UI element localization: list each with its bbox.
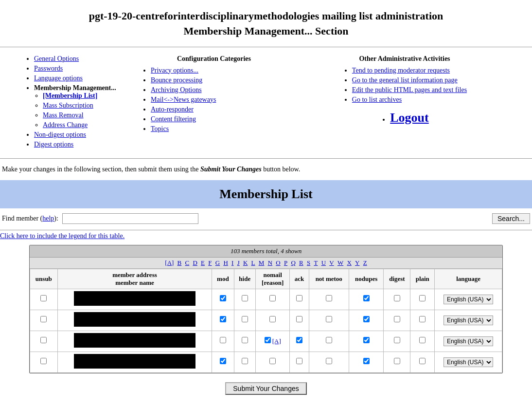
- nav-mail-news-gateways[interactable]: Mail<->News gateways: [151, 96, 216, 103]
- plain-checkbox-3[interactable]: [419, 337, 426, 343]
- alpha-T[interactable]: T: [314, 259, 318, 266]
- nomail-checkbox-3[interactable]: [265, 337, 271, 343]
- alpha-Y[interactable]: Y: [355, 259, 359, 266]
- digest-checkbox-2[interactable]: [394, 316, 400, 322]
- alpha-O[interactable]: O: [276, 259, 280, 266]
- nomail-checkbox-4[interactable]: [269, 358, 276, 364]
- lang-select-2[interactable]: English (USA): [443, 315, 493, 325]
- nav-passwords[interactable]: Passwords: [34, 65, 63, 72]
- alpha-V[interactable]: V: [329, 259, 334, 266]
- alpha-D[interactable]: D: [193, 259, 197, 266]
- lang-select-1[interactable]: English (USA): [443, 295, 493, 304]
- ack-checkbox-4[interactable]: [296, 358, 302, 364]
- logout-link[interactable]: Logout: [390, 111, 428, 125]
- alpha-B[interactable]: B: [177, 259, 182, 266]
- hide-checkbox-4[interactable]: [242, 358, 248, 364]
- alpha-Z[interactable]: Z: [363, 259, 367, 266]
- col-not-metoo: not metoo: [309, 269, 349, 289]
- nav-pending-moderator[interactable]: Tend to pending moderator requests: [352, 67, 450, 74]
- alpha-C[interactable]: C: [185, 259, 190, 266]
- submit-button[interactable]: Submit Your Changes: [225, 382, 306, 395]
- ack-checkbox-2[interactable]: [296, 316, 302, 322]
- digest-checkbox-1[interactable]: [394, 295, 400, 301]
- alpha-M[interactable]: M: [259, 259, 265, 266]
- nodupes-checkbox-3[interactable]: [363, 337, 370, 343]
- mod-checkbox-1[interactable]: [220, 295, 226, 301]
- nav-language-options[interactable]: Language options: [34, 74, 83, 82]
- alpha-J[interactable]: J: [237, 259, 240, 266]
- col-digest: digest: [384, 269, 410, 289]
- alpha-E[interactable]: E: [201, 259, 205, 266]
- notmetoo-checkbox-2[interactable]: [326, 316, 332, 322]
- notmetoo-checkbox-1[interactable]: [326, 295, 332, 301]
- nodupes-checkbox-2[interactable]: [363, 316, 370, 322]
- unsub-checkbox-3[interactable]: [40, 337, 47, 343]
- col-unsub: unsub: [30, 269, 58, 289]
- nav-content-filtering[interactable]: Content filtering: [151, 115, 196, 123]
- plain-checkbox-1[interactable]: [419, 295, 426, 301]
- mod-checkbox-2[interactable]: [220, 316, 226, 322]
- find-member-help-link[interactable]: help: [42, 215, 54, 222]
- find-member-input[interactable]: [62, 213, 198, 224]
- ack-checkbox-3[interactable]: [296, 337, 302, 343]
- nomail-checkbox-1[interactable]: [269, 295, 276, 301]
- mod-checkbox-3[interactable]: [220, 337, 226, 343]
- alpha-G[interactable]: G: [215, 259, 220, 266]
- nav-mass-subscription[interactable]: Mass Subscription: [43, 102, 93, 109]
- unsub-checkbox-1[interactable]: [40, 295, 47, 301]
- nav-topics[interactable]: Topics: [151, 125, 169, 132]
- alpha-K[interactable]: K: [243, 259, 248, 266]
- digest-checkbox-4[interactable]: [394, 358, 400, 364]
- search-button[interactable]: Search...: [492, 213, 530, 224]
- alpha-S[interactable]: S: [307, 259, 310, 266]
- unsub-checkbox-2[interactable]: [40, 316, 47, 322]
- nav-archiving-options[interactable]: Archiving Options: [151, 86, 202, 93]
- nav-non-digest[interactable]: Non-digest options: [34, 131, 86, 138]
- legend-link[interactable]: Click here to include the legend for thi…: [0, 231, 532, 241]
- lang-select-4[interactable]: English (USA): [443, 357, 493, 367]
- ack-checkbox-1[interactable]: [296, 295, 302, 301]
- member-table: unsub member addressmember name mod hide…: [30, 269, 502, 373]
- digest-checkbox-3[interactable]: [394, 337, 400, 343]
- alpha-N[interactable]: N: [268, 259, 272, 266]
- alpha-H[interactable]: H: [223, 259, 228, 266]
- plain-checkbox-2[interactable]: [419, 316, 426, 322]
- alpha-F[interactable]: F: [208, 259, 212, 266]
- nav-bounce-processing[interactable]: Bounce processing: [151, 76, 202, 84]
- nav-general-options[interactable]: General Options: [34, 55, 79, 62]
- nav-digest[interactable]: Digest options: [34, 141, 73, 148]
- nodupes-checkbox-4[interactable]: [363, 358, 370, 364]
- alpha-W[interactable]: W: [337, 259, 343, 266]
- hide-checkbox-2[interactable]: [242, 316, 248, 322]
- nav-mass-removal[interactable]: Mass Removal: [43, 111, 84, 119]
- alpha-R[interactable]: R: [299, 259, 303, 266]
- hide-checkbox-1[interactable]: [242, 295, 248, 301]
- nav-auto-responder[interactable]: Auto-responder: [151, 106, 194, 113]
- notmetoo-checkbox-3[interactable]: [326, 337, 332, 343]
- nomail-anchor-3[interactable]: [A]: [272, 337, 281, 345]
- alpha-A[interactable]: [A]: [165, 259, 174, 266]
- hide-checkbox-3[interactable]: [242, 337, 248, 343]
- nav-edit-html-pages[interactable]: Edit the public HTML pages and text file…: [352, 86, 467, 93]
- nav-membership-list[interactable]: [Membership List]: [43, 92, 97, 99]
- alpha-P[interactable]: P: [284, 259, 287, 266]
- nav-address-change[interactable]: Address Change: [43, 121, 88, 129]
- mod-checkbox-4[interactable]: [220, 358, 226, 364]
- col-hide: hide: [234, 269, 255, 289]
- unsub-checkbox-4[interactable]: [40, 358, 47, 364]
- nav-privacy-options[interactable]: Privacy options...: [151, 67, 198, 74]
- nodupes-checkbox-1[interactable]: [363, 295, 370, 301]
- nav-list-archives[interactable]: Go to list archives: [352, 96, 402, 103]
- plain-checkbox-4[interactable]: [419, 358, 426, 364]
- lang-select-3[interactable]: English (USA): [443, 336, 493, 346]
- alpha-L[interactable]: L: [251, 259, 255, 266]
- nomail-checkbox-2[interactable]: [269, 316, 276, 322]
- table-row: English (USA): [30, 289, 502, 310]
- notmetoo-checkbox-4[interactable]: [326, 358, 332, 364]
- nav-general-list-info[interactable]: Go to the general list information page: [352, 76, 458, 84]
- alpha-Q[interactable]: Q: [291, 259, 295, 266]
- alpha-U[interactable]: U: [321, 259, 326, 266]
- alpha-X[interactable]: X: [347, 259, 351, 266]
- membership-list-header: Membership List: [0, 180, 532, 208]
- alpha-I[interactable]: I: [231, 259, 233, 266]
